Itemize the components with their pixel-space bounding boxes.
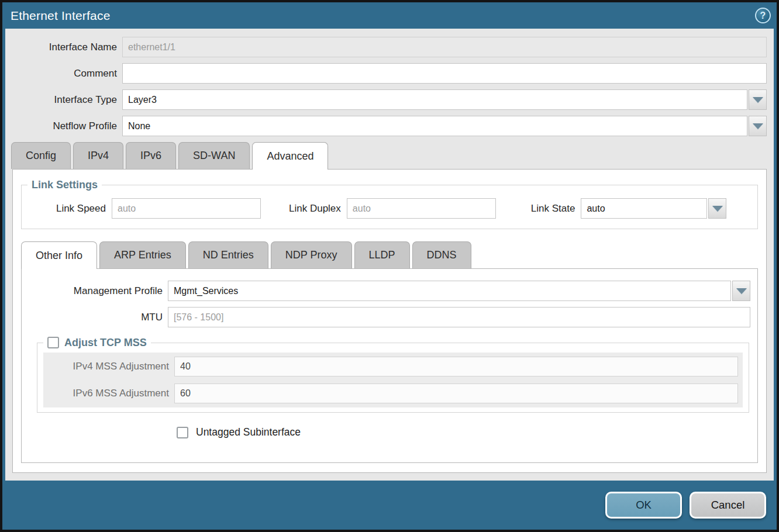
mss-inner-panel: IPv4 MSS Adjustment IPv6 MSS Adjustment — [43, 353, 743, 407]
management-profile-row: Management Profile — [29, 281, 750, 301]
tab-ipv6[interactable]: IPv6 — [126, 142, 176, 169]
link-settings-legend: Link Settings — [27, 178, 102, 192]
tab-ipv4[interactable]: IPv4 — [73, 142, 123, 169]
tab-arp-entries[interactable]: ARP Entries — [99, 241, 186, 268]
management-profile-dropdown-button[interactable] — [732, 281, 750, 301]
dialog-title: Ethernet Interface — [11, 9, 111, 23]
help-glyph: ? — [760, 11, 766, 21]
interface-name-label: Interface Name — [5, 42, 122, 53]
comment-input[interactable] — [122, 63, 767, 84]
titlebar: Ethernet Interface ? — [2, 2, 777, 29]
ipv4-mss-input — [174, 357, 738, 376]
interface-type-label: Interface Type — [5, 94, 122, 106]
cancel-button[interactable]: Cancel — [690, 492, 766, 519]
netflow-profile-row: Netflow Profile — [5, 116, 767, 136]
mtu-label: MTU — [29, 312, 168, 323]
netflow-profile-dropdown-button[interactable] — [749, 116, 767, 136]
netflow-profile-label: Netflow Profile — [5, 120, 122, 132]
chevron-down-icon — [712, 206, 723, 212]
tab-other-info[interactable]: Other Info — [21, 241, 97, 269]
sub-tabstrip: Other Info ARP Entries ND Entries NDP Pr… — [21, 241, 758, 268]
tab-ddns[interactable]: DDNS — [412, 241, 471, 268]
ipv4-mss-row: IPv4 MSS Adjustment — [43, 357, 738, 376]
adjust-tcp-mss-legend: Adjust TCP MSS — [43, 336, 151, 350]
interface-type-dropdown-button[interactable] — [749, 89, 767, 110]
tab-ndp-proxy[interactable]: NDP Proxy — [271, 241, 352, 268]
dialog-footer: OK Cancel — [2, 481, 777, 530]
untagged-subinterface-label: Untagged Subinterface — [196, 426, 301, 438]
interface-type-combo — [122, 89, 767, 110]
comment-label: Comment — [5, 68, 122, 80]
interface-type-input[interactable] — [122, 89, 747, 110]
link-settings-legend-text: Link Settings — [32, 178, 98, 192]
ipv6-mss-label: IPv6 MSS Adjustment — [43, 388, 174, 399]
interface-type-row: Interface Type — [5, 89, 767, 110]
netflow-profile-combo — [122, 116, 767, 136]
link-settings-row: Link Speed Link Duplex Link State — [30, 198, 749, 219]
link-speed-label: Link Speed — [30, 203, 112, 215]
adjust-tcp-mss-legend-text: Adjust TCP MSS — [64, 336, 147, 350]
tab-nd-entries[interactable]: ND Entries — [188, 241, 268, 268]
link-duplex-label: Link Duplex — [289, 203, 347, 215]
tab-advanced[interactable]: Advanced — [252, 142, 328, 170]
main-tabstrip: Config IPv4 IPv6 SD-WAN Advanced — [5, 142, 774, 169]
ok-button[interactable]: OK — [605, 492, 682, 519]
untagged-subinterface-checkbox[interactable] — [177, 427, 188, 438]
management-profile-label: Management Profile — [29, 285, 168, 297]
tab-sd-wan[interactable]: SD-WAN — [178, 142, 250, 169]
link-settings-fieldset: Link Settings Link Speed Link Duplex Lin… — [21, 185, 758, 229]
link-state-input[interactable] — [581, 198, 707, 219]
tab-config[interactable]: Config — [11, 142, 71, 169]
link-state-label: Link State — [531, 203, 581, 215]
untagged-subinterface-row: Untagged Subinterface — [177, 426, 750, 438]
ipv6-mss-row: IPv6 MSS Adjustment — [43, 384, 738, 403]
interface-name-input — [122, 37, 767, 57]
netflow-profile-input[interactable] — [122, 116, 747, 136]
management-profile-combo — [168, 281, 750, 301]
ethernet-interface-dialog: Ethernet Interface ? Interface Name Comm… — [0, 0, 779, 532]
management-profile-input[interactable] — [168, 281, 731, 301]
tab-lldp[interactable]: LLDP — [354, 241, 410, 268]
mtu-row: MTU — [29, 307, 750, 327]
dialog-frame: Ethernet Interface ? Interface Name Comm… — [2, 2, 777, 530]
advanced-tab-panel: Link Settings Link Speed Link Duplex Lin… — [12, 169, 767, 473]
chevron-down-icon — [753, 97, 763, 103]
chevron-down-icon — [736, 288, 747, 294]
ipv6-mss-input — [174, 384, 738, 403]
link-duplex-input[interactable] — [347, 198, 496, 219]
help-icon[interactable]: ? — [755, 8, 771, 23]
interface-name-row: Interface Name — [5, 37, 767, 57]
link-state-dropdown-button[interactable] — [708, 198, 726, 219]
adjust-tcp-mss-fieldset: Adjust TCP MSS IPv4 MSS Adjustment IPv6 … — [37, 343, 749, 413]
chevron-down-icon — [753, 123, 763, 129]
ipv4-mss-label: IPv4 MSS Adjustment — [43, 361, 174, 372]
dialog-body: Interface Name Comment Interface Type — [5, 29, 774, 481]
comment-row: Comment — [5, 63, 767, 84]
mtu-input[interactable] — [168, 307, 750, 327]
other-info-panel: Management Profile MTU — [21, 268, 758, 463]
link-speed-input[interactable] — [112, 198, 261, 219]
adjust-tcp-mss-checkbox[interactable] — [47, 337, 59, 348]
link-state-combo — [581, 198, 726, 219]
